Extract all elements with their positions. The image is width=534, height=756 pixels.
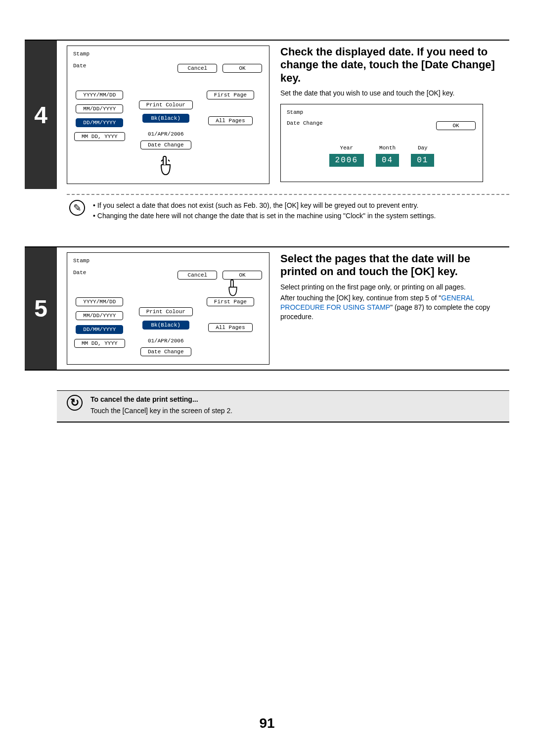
day-value[interactable]: 01 — [411, 154, 434, 167]
panel5-stamp-label: Stamp — [73, 258, 263, 264]
cancel-box-title: To cancel the date print setting... — [90, 395, 232, 404]
page-number: 91 — [0, 715, 534, 731]
format-dd-mm-yyyy[interactable]: DD/MM/YYYY — [76, 118, 123, 127]
year-value[interactable]: 2006 — [329, 154, 364, 167]
date-change-button[interactable]: Date Change — [140, 141, 191, 149]
month-label: Month — [376, 145, 399, 151]
panelB-ok-button[interactable]: OK — [436, 121, 476, 130]
panelA-ok-button[interactable]: OK — [222, 64, 262, 73]
format-mm-dd-yyyy[interactable]: MM/DD/YYYY — [76, 311, 123, 320]
body2-pre: After touching the [OK] key, continue fr… — [280, 294, 441, 302]
pointer-hand-icon — [158, 155, 173, 177]
bk-black-button[interactable]: Bk(Black) — [142, 114, 189, 123]
year-label: Year — [329, 145, 364, 151]
panelA-stamp-label: Stamp — [73, 51, 263, 57]
step-5-body2: After touching the [OK] key, continue fr… — [280, 293, 509, 322]
date-value: 01/APR/2006 — [148, 338, 184, 344]
note-pencil-icon: ✎ — [69, 200, 85, 216]
format-yyyy-mm-dd[interactable]: YYYY/MM/DD — [76, 297, 123, 306]
step-5-number: 5 — [25, 247, 57, 370]
note-2: • Changing the date here will not change… — [93, 211, 509, 221]
all-pages-button[interactable]: All Pages — [208, 116, 252, 125]
format-mm-dd-yyyy[interactable]: MM/DD/YYYY — [76, 104, 123, 113]
step-4-title: Check the displayed date. If you need to… — [280, 46, 509, 85]
step-5-title: Select the pages that the date will be p… — [280, 252, 509, 279]
format-mm-dd-comma-yyyy[interactable]: MM DD, YYYY — [74, 339, 125, 348]
step4-notes: ✎ • If you select a date that does not e… — [25, 200, 509, 222]
step-4-subtext: Set the date that you wish to use and to… — [280, 89, 509, 98]
format-mm-dd-comma-yyyy[interactable]: MM DD, YYYY — [74, 132, 125, 141]
day-label: Day — [411, 145, 434, 151]
step4-panel-b: Stamp Date Change OK Year 2006 Month 04 — [280, 104, 483, 182]
print-colour-button[interactable]: Print Colour — [139, 307, 193, 316]
dashed-separator — [67, 194, 509, 195]
first-page-button[interactable]: First Page — [207, 91, 254, 99]
print-colour-button[interactable]: Print Colour — [139, 100, 193, 109]
panel5-date-label: Date — [73, 270, 86, 276]
step-5-row: 5 Stamp Date Cancel OK — [25, 246, 509, 371]
back-arrow-icon: ↻ — [67, 395, 83, 411]
step-5-body1: Select printing on the first page only, … — [280, 283, 509, 292]
panelB-date-change-label: Date Change — [287, 120, 323, 131]
cancel-setting-box: ↻ To cancel the date print setting... To… — [57, 390, 509, 423]
date-change-button[interactable]: Date Change — [140, 347, 191, 356]
step-4-row: 4 Stamp Date Cancel OK YYYY/MM/DD — [25, 40, 509, 189]
step4-panel-a: Stamp Date Cancel OK YYYY/MM/DD MM/DD/YY… — [67, 46, 269, 184]
panelA-cancel-button[interactable]: Cancel — [178, 64, 217, 73]
note-1: • If you select a date that does not exi… — [93, 201, 509, 210]
panelB-stamp-label: Stamp — [287, 109, 477, 115]
bk-black-button[interactable]: Bk(Black) — [142, 321, 189, 330]
month-value[interactable]: 04 — [376, 154, 399, 167]
step5-panel: Stamp Date Cancel OK — [67, 252, 269, 365]
panelA-date-label: Date — [73, 63, 86, 69]
step-4-number: 4 — [25, 41, 57, 189]
pointer-hand-icon — [226, 279, 239, 299]
panel5-cancel-button[interactable]: Cancel — [178, 271, 217, 280]
date-value: 01/APR/2006 — [148, 131, 184, 137]
format-yyyy-mm-dd[interactable]: YYYY/MM/DD — [76, 91, 123, 99]
format-dd-mm-yyyy[interactable]: DD/MM/YYYY — [76, 325, 123, 334]
all-pages-button[interactable]: All Pages — [208, 323, 252, 332]
cancel-box-body: Touch the [Cancel] key in the screen of … — [90, 406, 232, 416]
